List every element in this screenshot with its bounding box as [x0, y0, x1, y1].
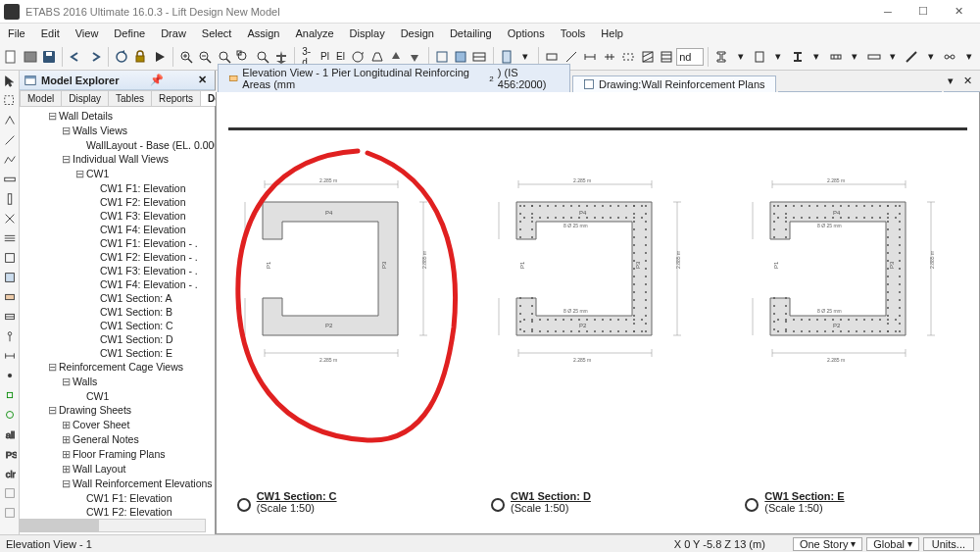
view-elev-label[interactable]: El: [333, 51, 348, 62]
tree-node[interactable]: ⊟Reinforcement Cage Views: [20, 360, 215, 375]
draw-wall2-tool[interactable]: [1, 308, 19, 326]
menu-assign[interactable]: Assign: [239, 25, 287, 41]
tab-elevation-view[interactable]: Elevation View - 1 Pier Longitudinal Rei…: [218, 64, 570, 92]
dim3-button[interactable]: [619, 46, 637, 68]
units-button[interactable]: Units...: [923, 537, 974, 551]
tree-node[interactable]: ⊞General Notes: [20, 432, 215, 447]
menu-file[interactable]: File: [0, 25, 33, 41]
story-select[interactable]: One Story ▾: [793, 537, 862, 551]
tree-node[interactable]: ⊞Floor Framing Plans: [20, 447, 215, 462]
dim2-button[interactable]: [600, 46, 617, 68]
menu-view[interactable]: View: [68, 25, 107, 41]
open-wizard-button[interactable]: [21, 46, 38, 68]
tree-node[interactable]: CW1 F3: Elevation: [20, 209, 215, 223]
save-button[interactable]: [40, 46, 58, 68]
draw-line-tool[interactable]: [1, 131, 19, 149]
wall-sec-dd[interactable]: ▾: [846, 46, 863, 68]
brace-button[interactable]: [903, 46, 920, 68]
slab-sec-button[interactable]: [864, 46, 882, 68]
refresh-button[interactable]: [113, 46, 130, 68]
tree-node[interactable]: CW1 F2: Elevation - .: [20, 250, 215, 264]
maximize-button[interactable]: ☐: [906, 0, 941, 24]
redo-button[interactable]: [86, 46, 104, 68]
tree-node[interactable]: CW1 F4: Elevation: [20, 223, 215, 236]
tree-node[interactable]: CW1 Section: E: [20, 346, 215, 360]
tab-close-icon[interactable]: ✕: [959, 75, 976, 87]
snap2-tool[interactable]: [1, 406, 19, 424]
slab-sec-dd[interactable]: ▾: [884, 46, 902, 68]
tree-node[interactable]: ⊟Wall Reinforcement Elevations: [20, 477, 215, 491]
coord-sys-select[interactable]: Global ▾: [866, 537, 919, 551]
close-button[interactable]: ✕: [941, 0, 976, 24]
explorer-tab-reports[interactable]: Reports: [151, 90, 201, 106]
explorer-tree[interactable]: ⊟Wall Details⊟Walls ViewsWallLayout - Ba…: [20, 107, 215, 534]
link-button[interactable]: [941, 46, 958, 68]
i-sec-dd-button[interactable]: ▾: [808, 46, 825, 68]
tree-node[interactable]: CW1 F1: Elevation: [20, 491, 215, 505]
tree-node[interactable]: ⊟CW1: [20, 167, 215, 181]
draw-column-tool[interactable]: [1, 190, 19, 208]
view-plan-label[interactable]: Pl: [318, 51, 332, 62]
explorer-tab-model[interactable]: Model: [20, 90, 62, 106]
i-sec-button[interactable]: [789, 46, 807, 68]
tree-node[interactable]: ⊟Wall Details: [20, 109, 215, 124]
pin-icon[interactable]: 📌: [146, 74, 168, 86]
lock-button[interactable]: [131, 46, 149, 68]
misc-tool-2[interactable]: [1, 504, 19, 522]
menu-display[interactable]: Display: [342, 25, 393, 41]
menu-analyze[interactable]: Analyze: [287, 25, 341, 41]
tree-node[interactable]: ⊞Wall Layout: [20, 462, 215, 477]
rect-sec-dd-button[interactable]: ▾: [769, 46, 787, 68]
dim-button[interactable]: [581, 46, 599, 68]
tab-dropdown-icon[interactable]: ▾: [944, 75, 957, 87]
tree-node[interactable]: CW1 Section: D: [20, 332, 215, 346]
tree-node[interactable]: ⊟Walls Views: [20, 124, 215, 138]
clear-select-tool[interactable]: clr: [1, 465, 19, 482]
draw-polyline-tool[interactable]: [1, 151, 19, 169]
all-select-tool[interactable]: all: [1, 426, 19, 443]
draw-joints-tool[interactable]: [1, 367, 19, 384]
tree-node[interactable]: CW1 F3: Elevation - .: [20, 264, 215, 277]
minimize-button[interactable]: ─: [870, 0, 906, 24]
explorer-hscroll[interactable]: [20, 519, 206, 532]
pointer-tool[interactable]: [1, 73, 19, 90]
tree-node[interactable]: CW1 F2: Elevation: [20, 505, 215, 519]
tree-node[interactable]: ⊞Cover Sheet: [20, 418, 215, 432]
tree-node[interactable]: CW1 F4: Elevation - .: [20, 277, 215, 291]
run-button[interactable]: [151, 46, 169, 68]
draw-wall-tool[interactable]: [1, 288, 19, 306]
tree-node[interactable]: CW1 Section: B: [20, 305, 215, 319]
hatch2-button[interactable]: [658, 46, 675, 68]
draw-secbeam-tool[interactable]: [1, 229, 19, 247]
draw-floor-tool[interactable]: [1, 249, 19, 267]
menu-help[interactable]: Help: [593, 25, 631, 41]
zoom-out-button[interactable]: [196, 46, 214, 68]
drawing-canvas[interactable]: 2.285 m 2.885 m 2.285 m P4 P1 P3 P2 CW1 …: [216, 92, 980, 534]
snap-tool[interactable]: [1, 386, 19, 404]
zoom-in-button[interactable]: [177, 46, 195, 68]
menu-detailing[interactable]: Detailing: [442, 25, 500, 41]
wall-sec-button[interactable]: [827, 46, 845, 68]
menu-edit[interactable]: Edit: [33, 25, 68, 41]
col-button[interactable]: ▾: [731, 46, 749, 68]
menu-select[interactable]: Select: [194, 25, 240, 41]
tree-node[interactable]: CW1: [20, 389, 215, 403]
new-button[interactable]: [2, 46, 20, 68]
menu-define[interactable]: Define: [106, 25, 153, 41]
menu-tools[interactable]: Tools: [553, 25, 594, 41]
draw-grids-tool[interactable]: [1, 327, 19, 345]
explorer-tab-tables[interactable]: Tables: [108, 90, 152, 106]
hatch-button[interactable]: [638, 46, 656, 68]
brace-dd[interactable]: ▾: [922, 46, 940, 68]
draw-brace-tool[interactable]: [1, 210, 19, 227]
tree-node[interactable]: WallLayout - Base (EL. 0.000: [20, 138, 215, 152]
draw-beam-tool[interactable]: [1, 171, 19, 188]
tab-drawing-wall-reinf[interactable]: Drawing:Wall Reinforcement Plans: [572, 75, 776, 92]
tree-node[interactable]: CW1 Section: A: [20, 291, 215, 305]
undo-button[interactable]: [67, 46, 84, 68]
reshape-tool[interactable]: [1, 112, 19, 129]
menu-design[interactable]: Design: [393, 25, 442, 41]
tree-node[interactable]: ⊟Individual Wall Views: [20, 152, 215, 167]
prev-select-tool[interactable]: PS: [1, 445, 19, 463]
panel-close-icon[interactable]: ✕: [194, 74, 211, 86]
